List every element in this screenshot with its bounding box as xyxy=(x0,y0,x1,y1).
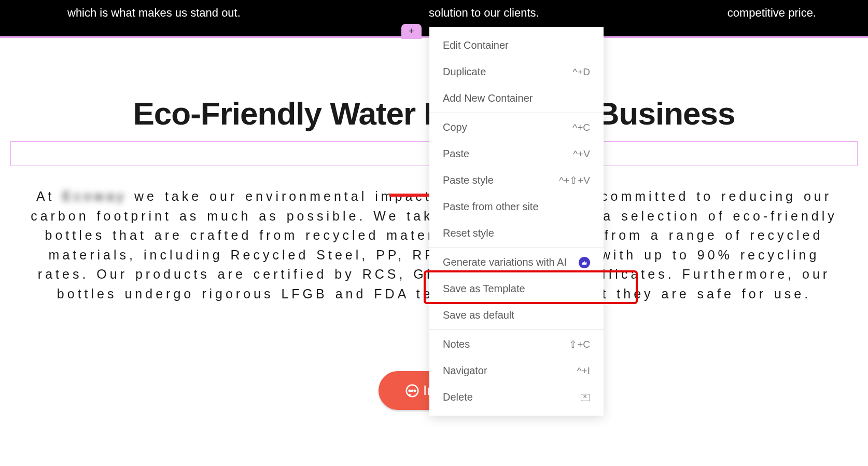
blurred-brand: Ecoway xyxy=(62,187,127,207)
context-menu: Edit Container Duplicate ^+D Add New Con… xyxy=(429,27,604,416)
menu-duplicate[interactable]: Duplicate ^+D xyxy=(429,59,604,85)
menu-add-new-container[interactable]: Add New Container xyxy=(429,85,604,112)
menu-save-template[interactable]: Save as Template xyxy=(429,276,604,302)
menu-label: Paste from other site xyxy=(443,201,539,213)
svg-point-1 xyxy=(409,390,411,391)
menu-reset-style[interactable]: Reset style xyxy=(429,220,604,246)
menu-paste-style[interactable]: Paste style ^+⇧+V xyxy=(429,167,604,194)
menu-navigator[interactable]: Navigator ^+I xyxy=(429,358,604,384)
menu-label: Reset style xyxy=(443,227,494,239)
menu-label: Save as Template xyxy=(443,283,525,295)
top-bar-left: which is what makes us stand out. xyxy=(67,6,241,20)
menu-label: Copy xyxy=(443,121,467,133)
chat-icon xyxy=(404,383,420,399)
crown-icon xyxy=(579,257,590,268)
menu-copy[interactable]: Copy ^+C xyxy=(429,114,604,141)
menu-divider xyxy=(429,248,604,248)
menu-label: Save as default xyxy=(443,309,514,321)
menu-shortcut: ^+D xyxy=(572,66,590,78)
menu-paste[interactable]: Paste ^+V xyxy=(429,141,604,167)
menu-label: Paste style xyxy=(443,174,494,186)
menu-notes[interactable]: Notes ⇧+C xyxy=(429,331,604,358)
svg-point-2 xyxy=(412,390,413,391)
paragraph-part1: At xyxy=(36,189,63,203)
menu-label: Add New Container xyxy=(443,92,533,104)
top-bar-center: solution to our clients. xyxy=(429,6,539,20)
menu-shortcut: ^+V xyxy=(573,148,590,160)
menu-divider xyxy=(429,330,604,330)
menu-shortcut: ^+C xyxy=(572,122,590,133)
add-section-tab[interactable]: + xyxy=(401,24,422,39)
menu-label: Navigator xyxy=(443,365,487,377)
menu-delete[interactable]: Delete xyxy=(429,384,604,410)
menu-shortcut: ⇧+C xyxy=(569,338,590,350)
menu-paste-from-other[interactable]: Paste from other site xyxy=(429,194,604,220)
menu-generate-ai[interactable]: Generate variations with AI xyxy=(429,249,604,276)
menu-label: Generate variations with AI xyxy=(443,256,567,268)
menu-shortcut: ^+I xyxy=(577,365,590,377)
menu-label: Paste xyxy=(443,148,469,160)
delete-icon xyxy=(581,394,590,401)
heading-underline xyxy=(389,194,430,197)
menu-label: Delete xyxy=(443,391,473,403)
menu-divider xyxy=(429,113,604,113)
menu-label: Edit Container xyxy=(443,39,509,51)
menu-edit-container[interactable]: Edit Container xyxy=(429,32,604,59)
menu-save-default[interactable]: Save as default xyxy=(429,302,604,328)
plus-icon: + xyxy=(409,26,414,36)
menu-label: Duplicate xyxy=(443,66,486,78)
top-bar-right: competitive price. xyxy=(727,6,816,20)
menu-shortcut: ^+⇧+V xyxy=(559,174,590,186)
menu-label: Notes xyxy=(443,338,470,350)
svg-point-3 xyxy=(414,390,416,391)
